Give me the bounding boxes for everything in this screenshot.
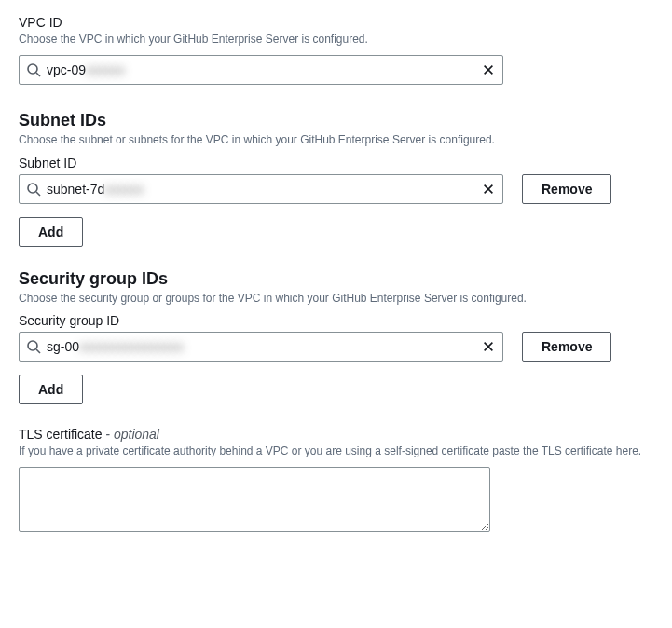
- security-group-remove-button[interactable]: Remove: [522, 332, 611, 362]
- subnet-add-button[interactable]: Add: [19, 217, 83, 247]
- vpc-id-input[interactable]: [19, 55, 503, 85]
- security-group-id-clear-button[interactable]: [477, 335, 500, 358]
- vpc-id-clear-button[interactable]: [477, 59, 500, 81]
- subnet-id-clear-button[interactable]: [477, 178, 500, 200]
- close-icon: [482, 340, 495, 353]
- subnet-id-label: Subnet ID: [19, 156, 653, 171]
- security-group-id-input-wrap: sg-00xxxxxxxxxxxxxxxx: [19, 332, 503, 362]
- vpc-id-label: VPC ID: [19, 15, 653, 30]
- subnet-id-input-wrap: subnet-7dxxxxxx: [19, 174, 503, 204]
- tls-certificate-textarea[interactable]: [19, 467, 490, 532]
- security-group-id-label: Security group ID: [19, 313, 653, 328]
- subnet-remove-button[interactable]: Remove: [522, 174, 611, 204]
- security-group-row: sg-00xxxxxxxxxxxxxxxx Remove: [19, 332, 653, 362]
- vpc-id-input-wrap: vpc-09xxxxxx: [19, 55, 503, 85]
- subnet-ids-description: Choose the subnet or subnets for the VPC…: [19, 132, 653, 148]
- vpc-id-description: Choose the VPC in which your GitHub Ente…: [19, 32, 653, 48]
- security-group-add-button[interactable]: Add: [19, 375, 83, 404]
- security-group-id-input[interactable]: [19, 332, 503, 362]
- tls-certificate-label: TLS certificate - optional: [19, 427, 653, 442]
- subnet-id-input[interactable]: [19, 174, 503, 204]
- security-group-ids-description: Choose the security group or groups for …: [19, 291, 653, 307]
- close-icon: [482, 183, 495, 196]
- subnet-ids-title: Subnet IDs: [19, 111, 653, 130]
- tls-certificate-description: If you have a private certificate author…: [19, 444, 653, 459]
- security-group-ids-title: Security group IDs: [19, 269, 653, 289]
- close-icon: [482, 63, 495, 76]
- subnet-row: subnet-7dxxxxxx Remove: [19, 174, 653, 204]
